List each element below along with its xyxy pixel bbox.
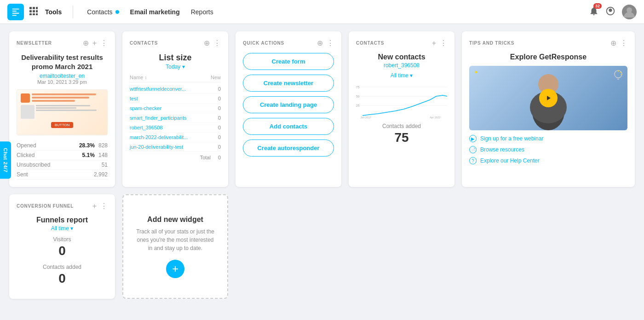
tips-webinar-link[interactable]: ▶ Sign up for a free webinar <box>469 135 627 142</box>
contacts-added-label: Contacts added <box>356 123 447 129</box>
create-autoresponder-button[interactable]: Create autoresponder <box>243 140 334 157</box>
app-logo[interactable] <box>7 4 24 20</box>
svg-rect-5 <box>36 10 38 12</box>
list-item-new: 0 <box>218 134 221 140</box>
create-newsletter-button[interactable]: Create newsletter <box>243 75 334 92</box>
notifications-button[interactable]: 32 <box>589 6 599 17</box>
user-avatar[interactable] <box>622 5 637 19</box>
new-contacts-header: CONTACTS + ⋮ <box>356 39 447 47</box>
settings-icon[interactable] <box>605 6 615 17</box>
quick-section-label: QUICK ACTIONS <box>243 41 284 46</box>
quick-actions-header: QUICK ACTIONS ⊕ ⋮ <box>243 39 334 47</box>
nav-email-marketing[interactable]: Email marketing <box>126 6 184 18</box>
listsize-title: List size <box>130 53 221 63</box>
list-item-name[interactable]: jun-20-deliverability-test <box>130 144 183 150</box>
new-contacts-filter[interactable]: All time ▾ <box>356 72 447 79</box>
new-contacts-title: New contacts <box>356 53 447 61</box>
newsletter-stats: Opened 28.3% 828 Clicked 5.1% 148 Unsubs… <box>17 141 108 180</box>
list-item-name[interactable]: spam-checker <box>130 105 161 111</box>
listsize-menu-icon[interactable]: ⋮ <box>213 39 221 47</box>
add-widget: Add new widget Track all of your stats o… <box>122 194 228 299</box>
resources-icon: 📄 <box>469 146 477 153</box>
create-landing-page-button[interactable]: Create landing page <box>243 96 334 113</box>
tips-help-label: Explore our Help Center <box>480 157 540 164</box>
add-widget-button[interactable]: + <box>166 260 184 278</box>
stat-label: Clicked <box>17 152 34 158</box>
newsletter-author[interactable]: emailtooltester_en <box>17 73 108 79</box>
listsize-move-icon[interactable]: ⊕ <box>204 39 210 47</box>
tips-resources-link[interactable]: 📄 Browse resources <box>469 146 627 153</box>
listsize-header: CONTACTS ⊕ ⋮ <box>130 39 221 47</box>
funnel-visitors-label: Visitors <box>17 236 108 243</box>
list-item: jun-20-deliverability-test 0 <box>130 142 221 152</box>
nav-divider <box>73 6 73 18</box>
stat-count: 51 <box>102 162 108 168</box>
tips-move-icon[interactable]: ⊕ <box>610 39 616 47</box>
quick-menu-icon[interactable]: ⋮ <box>327 39 334 47</box>
list-item-new: 0 <box>218 105 221 111</box>
new-contacts-add-icon[interactable]: + <box>432 39 436 47</box>
newsletter-add-icon[interactable]: + <box>92 39 97 47</box>
stat-count: 148 <box>98 152 108 158</box>
list-item: robert_396508 0 <box>130 123 221 133</box>
col-name-header: Name ↕ <box>130 75 147 80</box>
new-contacts-menu-icon[interactable]: ⋮ <box>440 39 447 47</box>
list-item-new: 0 <box>218 144 221 150</box>
newsletter-date: Mar 10, 2021 3:29 pm <box>17 79 108 85</box>
tips-help-link[interactable]: ? Explore our Help Center <box>469 157 627 164</box>
svg-rect-3 <box>29 10 32 12</box>
tips-hero-image: ✦ <box>469 66 627 130</box>
stat-value: 28.3% <box>79 142 95 149</box>
play-button[interactable] <box>539 89 558 107</box>
newsletter-menu-icon[interactable]: ⋮ <box>100 39 108 47</box>
list-item-name[interactable]: smart_finder_participants <box>130 115 187 121</box>
list-item-name[interactable]: robert_396508 <box>130 125 163 130</box>
tips-section-label: TIPS AND TRICKS <box>469 41 514 46</box>
quick-move-icon[interactable]: ⊕ <box>317 39 323 47</box>
funnel-add-icon[interactable]: + <box>92 202 97 210</box>
list-total-row: Total 0 <box>130 155 221 160</box>
listsize-table: Name ↕ New wttfrtestfunneldeconver... 0 … <box>130 75 221 160</box>
newsletter-widget: NEWSLETTER ⊕ + ⋮ Deliverability test res… <box>9 31 115 187</box>
tools-label[interactable]: Tools <box>45 8 62 16</box>
svg-rect-1 <box>33 7 35 9</box>
funnel-contacts-label: Contacts added <box>17 264 108 270</box>
funnel-menu-icon[interactable]: ⋮ <box>100 202 108 210</box>
grid-menu-icon[interactable] <box>29 7 38 17</box>
nav-reports-label: Reports <box>191 8 213 16</box>
quick-actions-header-actions: ⊕ ⋮ <box>317 39 334 47</box>
create-form-button[interactable]: Create form <box>243 53 334 70</box>
newsletter-actions: ⊕ + ⋮ <box>83 39 108 47</box>
list-item-new: 0 <box>218 86 221 92</box>
list-item-name[interactable]: march-2022-deliverabilit... <box>130 134 188 140</box>
topnav-right-section: 32 <box>589 5 637 19</box>
funnel-time-filter[interactable]: All time ▾ <box>17 225 108 232</box>
webinar-icon: ▶ <box>469 135 477 142</box>
list-item-new: 0 <box>218 115 221 121</box>
add-contacts-button[interactable]: Add contacts <box>243 118 334 135</box>
tips-menu-icon[interactable]: ⋮ <box>620 39 627 47</box>
col-new-header: New <box>211 75 221 80</box>
top-widget-row: NEWSLETTER ⊕ + ⋮ Deliverability test res… <box>9 31 635 187</box>
funnel-widget: CONVERSION FUNNEL + ⋮ Funnels report All… <box>9 194 115 299</box>
newsletter-move-icon[interactable]: ⊕ <box>83 39 89 47</box>
nav-email-label: Email marketing <box>130 8 180 16</box>
svg-text:25: 25 <box>356 104 360 107</box>
svg-text:Apr 2022: Apr 2022 <box>430 116 440 119</box>
list-item-new: 0 <box>218 125 221 130</box>
tips-webinar-label: Sign up for a free webinar <box>480 135 543 142</box>
list-item-name[interactable]: wttfrtestfunneldeconver... <box>130 86 186 92</box>
tips-title: Explore GetResponse <box>469 53 627 61</box>
listsize-section-label: CONTACTS <box>130 41 158 46</box>
list-item-name[interactable]: test <box>130 96 138 101</box>
nav-contacts[interactable]: Contacts <box>82 6 123 18</box>
list-item: spam-checker 0 <box>130 104 221 113</box>
list-item: wttfrtestfunneldeconver... 0 <box>130 84 221 94</box>
listsize-filter[interactable]: Today ▾ <box>130 64 221 70</box>
newsletter-title: Deliverability test results promo March … <box>17 53 108 71</box>
new-contacts-user[interactable]: robert_396508 <box>356 62 447 69</box>
contacts-dot <box>115 10 119 14</box>
nav-reports[interactable]: Reports <box>186 6 218 18</box>
chat-sidebar[interactable]: Chat 24/7 <box>0 141 11 179</box>
funnel-section-label: CONVERSION FUNNEL <box>17 204 74 209</box>
